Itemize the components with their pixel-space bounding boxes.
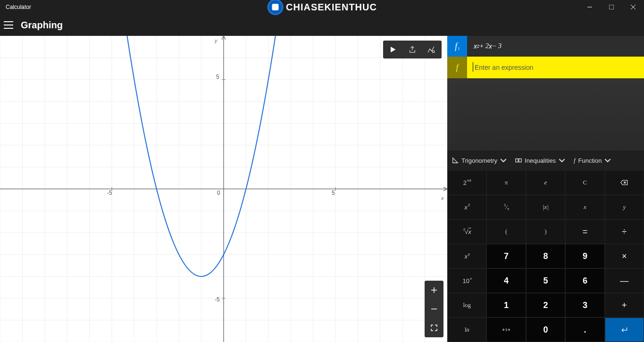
expression-text-1: x2 + 2x − 3 (467, 36, 644, 57)
key-lparen[interactable]: ( (487, 220, 525, 243)
key-plus[interactable]: + (605, 293, 644, 317)
watermark-icon (267, 0, 283, 15)
key-square[interactable]: x2 (448, 195, 486, 219)
key-5[interactable]: 5 (527, 269, 565, 292)
key-negate[interactable] (487, 318, 525, 342)
key-minus[interactable]: — (605, 269, 644, 292)
key-6[interactable]: 6 (566, 269, 604, 292)
key-y[interactable]: y (605, 195, 644, 219)
key-2[interactable]: 2 (527, 293, 565, 317)
key-ln[interactable]: ln (448, 318, 486, 342)
app-name: Calculator (0, 4, 31, 10)
zoom-controls (425, 281, 443, 337)
key-reciprocal[interactable]: 1/x (487, 195, 525, 219)
key-equals[interactable]: = (566, 220, 604, 243)
expression-input[interactable]: Enter an expression (467, 57, 644, 78)
close-button[interactable] (622, 0, 644, 14)
key-abs[interactable]: |x| (527, 195, 565, 219)
key-divide[interactable]: ÷ (605, 220, 644, 243)
key-pi[interactable]: π (487, 171, 525, 194)
graph-toolbar (383, 41, 442, 58)
key-rparen[interactable]: ) (527, 220, 565, 243)
x-axis-label: x (441, 195, 444, 201)
key-e[interactable]: e (527, 171, 565, 194)
key-clear[interactable]: C (566, 171, 604, 194)
key-backspace[interactable] (605, 171, 644, 194)
key-8[interactable]: 8 (527, 244, 565, 268)
text-caret (473, 62, 473, 72)
backspace-icon (620, 179, 628, 186)
key-log[interactable]: log (448, 293, 486, 317)
share-button[interactable] (404, 42, 421, 57)
key-multiply[interactable]: × (605, 244, 644, 268)
right-panel: f1 x2 + 2x − 3 f Enter an expression Tri… (447, 36, 644, 342)
tick-xpos5: 5 (332, 190, 335, 196)
key-power[interactable]: xy (448, 244, 486, 268)
key-4[interactable]: 4 (487, 269, 525, 292)
chevron-down-icon (500, 157, 507, 164)
menu-button[interactable] (4, 20, 13, 30)
enter-icon (620, 326, 628, 334)
svg-rect-1 (609, 5, 614, 9)
tick-origin: 0 (217, 190, 220, 196)
key-dot[interactable]: . (566, 318, 604, 342)
tick-yneg5: -5 (215, 296, 220, 303)
expression-row-new[interactable]: f Enter an expression (447, 57, 644, 78)
zoom-fit-button[interactable] (425, 318, 443, 337)
chevron-down-icon (559, 157, 565, 164)
key-1[interactable]: 1 (487, 293, 525, 317)
svg-rect-51 (519, 159, 521, 162)
inequalities-icon (515, 157, 522, 164)
tick-xneg5: -5 (107, 190, 112, 196)
watermark-text: CHIASEKIENTHUC (286, 2, 377, 13)
tick-ypos5: 5 (216, 74, 219, 80)
zoom-in-button[interactable] (425, 281, 443, 300)
window-controls (579, 0, 644, 14)
function-icon: f (574, 157, 576, 164)
key-enter[interactable] (605, 318, 644, 342)
keypad: 2nd π e C x2 1/x |x| x y 2√x ( ) = ÷ xy … (447, 170, 644, 342)
function-badge-1[interactable]: f1 (447, 36, 467, 57)
key-x[interactable]: x (566, 195, 604, 219)
function-dropdown[interactable]: f Function (574, 157, 611, 164)
inequalities-dropdown[interactable]: Inequalities (515, 157, 565, 164)
key-7[interactable]: 7 (487, 244, 525, 268)
minimize-button[interactable] (579, 0, 601, 14)
key-2nd[interactable]: 2nd (448, 171, 486, 194)
watermark-logo: CHIASEKIENTHUC (267, 0, 377, 15)
key-ten-power[interactable]: 10x (448, 269, 486, 292)
graph-options-button[interactable] (423, 42, 440, 57)
zoom-out-button[interactable] (425, 300, 443, 318)
expression-row-1[interactable]: f1 x2 + 2x − 3 (447, 36, 644, 57)
expression-list: f1 x2 + 2x − 3 f Enter an expression (447, 36, 644, 78)
keypad-toolbar: Trigonometry Inequalities f Function (447, 150, 644, 170)
y-axis-label: y (215, 38, 217, 43)
panel-gap (447, 78, 644, 150)
key-root[interactable]: 2√x (448, 220, 486, 243)
trig-dropdown[interactable]: Trigonometry (452, 157, 507, 164)
header: Graphing (0, 14, 644, 36)
graph-svg (0, 36, 447, 342)
mode-title: Graphing (21, 20, 63, 31)
chevron-down-icon (604, 157, 611, 164)
function-badge-new[interactable]: f (447, 57, 467, 78)
graph-canvas[interactable]: y x 0 -5 5 5 -5 (0, 36, 447, 342)
maximize-button[interactable] (601, 0, 622, 14)
titlebar: Calculator CHIASEKIENTHUC (0, 0, 644, 14)
key-0[interactable]: 0 (527, 318, 565, 342)
key-3[interactable]: 3 (566, 293, 604, 317)
trace-tool-button[interactable] (385, 42, 402, 57)
svg-point-46 (432, 50, 435, 53)
key-9[interactable]: 9 (566, 244, 604, 268)
svg-rect-50 (516, 159, 518, 162)
angle-icon (452, 157, 459, 164)
negate-icon (502, 326, 510, 334)
